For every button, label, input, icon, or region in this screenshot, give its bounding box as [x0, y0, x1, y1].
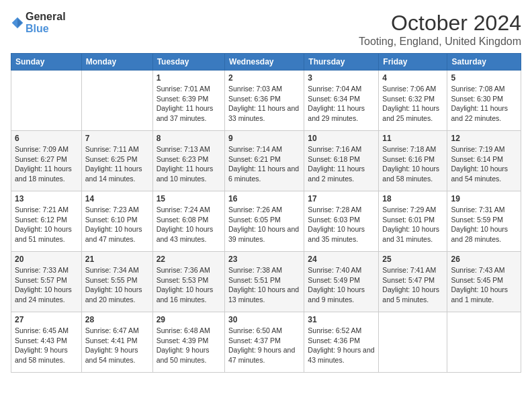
day-number: 12: [451, 134, 517, 143]
calendar-week-row: 20Sunrise: 7:33 AM Sunset: 5:57 PM Dayli…: [11, 252, 521, 312]
day-number: 7: [85, 134, 149, 143]
day-number: 10: [308, 134, 375, 143]
day-info: Sunrise: 6:47 AM Sunset: 4:41 PM Dayligh…: [85, 326, 149, 365]
day-number: 6: [15, 134, 78, 143]
day-info: Sunrise: 7:29 AM Sunset: 6:01 PM Dayligh…: [382, 205, 443, 244]
calendar-cell: 3Sunrise: 7:04 AM Sunset: 6:34 PM Daylig…: [304, 71, 379, 131]
day-info: Sunrise: 7:38 AM Sunset: 5:51 PM Dayligh…: [228, 265, 300, 305]
day-number: 1: [157, 73, 221, 83]
calendar-week-row: 6Sunrise: 7:09 AM Sunset: 6:27 PM Daylig…: [11, 131, 521, 191]
logo-blue: Blue: [26, 23, 66, 35]
calendar-cell: 26Sunrise: 7:43 AM Sunset: 5:45 PM Dayli…: [447, 252, 521, 312]
subtitle: Tooting, England, United Kingdom: [359, 36, 521, 48]
day-of-week-header: Friday: [379, 54, 447, 71]
day-number: 26: [451, 255, 517, 264]
day-info: Sunrise: 7:08 AM Sunset: 6:30 PM Dayligh…: [451, 84, 517, 124]
calendar-cell: 15Sunrise: 7:24 AM Sunset: 6:08 PM Dayli…: [152, 191, 224, 252]
day-info: Sunrise: 6:48 AM Sunset: 4:39 PM Dayligh…: [157, 326, 221, 365]
day-info: Sunrise: 7:13 AM Sunset: 6:23 PM Dayligh…: [157, 144, 221, 184]
day-number: 19: [451, 194, 517, 203]
day-info: Sunrise: 7:03 AM Sunset: 6:36 PM Dayligh…: [228, 84, 300, 124]
day-info: Sunrise: 7:33 AM Sunset: 5:57 PM Dayligh…: [15, 265, 78, 305]
day-info: Sunrise: 7:34 AM Sunset: 5:55 PM Dayligh…: [85, 265, 149, 305]
day-number: 11: [382, 134, 443, 143]
day-info: Sunrise: 7:16 AM Sunset: 6:18 PM Dayligh…: [308, 144, 375, 184]
calendar-cell: 28Sunrise: 6:47 AM Sunset: 4:41 PM Dayli…: [81, 312, 152, 373]
calendar-week-row: 27Sunrise: 6:45 AM Sunset: 4:43 PM Dayli…: [11, 312, 521, 373]
day-info: Sunrise: 7:01 AM Sunset: 6:39 PM Dayligh…: [157, 84, 221, 124]
calendar-cell: 13Sunrise: 7:21 AM Sunset: 6:12 PM Dayli…: [11, 191, 82, 252]
day-of-week-header: Tuesday: [152, 54, 224, 71]
calendar-cell: 22Sunrise: 7:36 AM Sunset: 5:53 PM Dayli…: [152, 252, 224, 312]
calendar-cell: 16Sunrise: 7:26 AM Sunset: 6:05 PM Dayli…: [225, 191, 304, 252]
title-block: October 2024 Tooting, England, United Ki…: [359, 11, 521, 48]
calendar-cell: 5Sunrise: 7:08 AM Sunset: 6:30 PM Daylig…: [447, 71, 521, 131]
day-number: 17: [308, 194, 375, 203]
page-header: General Blue October 2024 Tooting, Engla…: [11, 11, 521, 48]
day-number: 5: [451, 73, 517, 83]
day-number: 16: [228, 194, 300, 203]
day-number: 28: [85, 315, 149, 324]
calendar-cell: 17Sunrise: 7:28 AM Sunset: 6:03 PM Dayli…: [304, 191, 379, 252]
logo-icon: [11, 16, 24, 30]
day-number: 9: [228, 134, 300, 143]
calendar-cell: [447, 312, 521, 373]
day-number: 4: [382, 73, 443, 83]
day-number: 25: [382, 255, 443, 264]
calendar-cell: 25Sunrise: 7:41 AM Sunset: 5:47 PM Dayli…: [379, 252, 447, 312]
day-of-week-header: Thursday: [304, 54, 379, 71]
day-info: Sunrise: 6:50 AM Sunset: 4:37 PM Dayligh…: [228, 326, 300, 365]
day-number: 13: [15, 194, 78, 203]
day-info: Sunrise: 7:23 AM Sunset: 6:10 PM Dayligh…: [85, 205, 149, 244]
day-info: Sunrise: 6:52 AM Sunset: 4:36 PM Dayligh…: [308, 326, 375, 365]
calendar-cell: 7Sunrise: 7:11 AM Sunset: 6:25 PM Daylig…: [81, 131, 152, 191]
day-number: 31: [308, 315, 375, 324]
day-number: 24: [308, 255, 375, 264]
day-of-week-header: Wednesday: [225, 54, 304, 71]
calendar-cell: 9Sunrise: 7:14 AM Sunset: 6:21 PM Daylig…: [225, 131, 304, 191]
calendar-cell: 14Sunrise: 7:23 AM Sunset: 6:10 PM Dayli…: [81, 191, 152, 252]
calendar-week-row: 1Sunrise: 7:01 AM Sunset: 6:39 PM Daylig…: [11, 71, 521, 131]
calendar-cell: 20Sunrise: 7:33 AM Sunset: 5:57 PM Dayli…: [11, 252, 82, 312]
calendar-cell: 27Sunrise: 6:45 AM Sunset: 4:43 PM Dayli…: [11, 312, 82, 373]
calendar-cell: 21Sunrise: 7:34 AM Sunset: 5:55 PM Dayli…: [81, 252, 152, 312]
day-info: Sunrise: 7:43 AM Sunset: 5:45 PM Dayligh…: [451, 265, 517, 305]
calendar-cell: 19Sunrise: 7:31 AM Sunset: 5:59 PM Dayli…: [447, 191, 521, 252]
calendar-cell: 24Sunrise: 7:40 AM Sunset: 5:49 PM Dayli…: [304, 252, 379, 312]
calendar-cell: 4Sunrise: 7:06 AM Sunset: 6:32 PM Daylig…: [379, 71, 447, 131]
day-info: Sunrise: 7:21 AM Sunset: 6:12 PM Dayligh…: [15, 205, 78, 244]
day-number: 18: [382, 194, 443, 203]
day-number: 3: [308, 73, 375, 83]
day-number: 2: [228, 73, 300, 83]
day-number: 30: [228, 315, 300, 324]
calendar-cell: 2Sunrise: 7:03 AM Sunset: 6:36 PM Daylig…: [225, 71, 304, 131]
day-of-week-header: Monday: [81, 54, 152, 71]
day-info: Sunrise: 7:24 AM Sunset: 6:08 PM Dayligh…: [157, 205, 221, 244]
day-number: 8: [157, 134, 221, 143]
calendar-cell: 1Sunrise: 7:01 AM Sunset: 6:39 PM Daylig…: [152, 71, 224, 131]
calendar-cell: 12Sunrise: 7:19 AM Sunset: 6:14 PM Dayli…: [447, 131, 521, 191]
calendar-cell: 6Sunrise: 7:09 AM Sunset: 6:27 PM Daylig…: [11, 131, 82, 191]
day-info: Sunrise: 7:28 AM Sunset: 6:03 PM Dayligh…: [308, 205, 375, 244]
day-number: 22: [157, 255, 221, 264]
calendar-cell: 18Sunrise: 7:29 AM Sunset: 6:01 PM Dayli…: [379, 191, 447, 252]
calendar-cell: 30Sunrise: 6:50 AM Sunset: 4:37 PM Dayli…: [225, 312, 304, 373]
calendar-week-row: 13Sunrise: 7:21 AM Sunset: 6:12 PM Dayli…: [11, 191, 521, 252]
day-number: 27: [15, 315, 78, 324]
day-number: 20: [15, 255, 78, 264]
day-info: Sunrise: 7:04 AM Sunset: 6:34 PM Dayligh…: [308, 84, 375, 124]
day-info: Sunrise: 7:41 AM Sunset: 5:47 PM Dayligh…: [382, 265, 443, 305]
day-info: Sunrise: 7:18 AM Sunset: 6:16 PM Dayligh…: [382, 144, 443, 184]
logo: General Blue: [11, 11, 66, 34]
day-info: Sunrise: 7:19 AM Sunset: 6:14 PM Dayligh…: [451, 144, 517, 184]
day-info: Sunrise: 7:14 AM Sunset: 6:21 PM Dayligh…: [228, 144, 300, 184]
day-info: Sunrise: 6:45 AM Sunset: 4:43 PM Dayligh…: [15, 326, 78, 365]
day-info: Sunrise: 7:31 AM Sunset: 5:59 PM Dayligh…: [451, 205, 517, 244]
day-number: 23: [228, 255, 300, 264]
calendar-cell: 8Sunrise: 7:13 AM Sunset: 6:23 PM Daylig…: [152, 131, 224, 191]
day-info: Sunrise: 7:26 AM Sunset: 6:05 PM Dayligh…: [228, 205, 300, 244]
day-info: Sunrise: 7:11 AM Sunset: 6:25 PM Dayligh…: [85, 144, 149, 184]
calendar-table: SundayMondayTuesdayWednesdayThursdayFrid…: [11, 53, 521, 373]
calendar-cell: 29Sunrise: 6:48 AM Sunset: 4:39 PM Dayli…: [152, 312, 224, 373]
day-info: Sunrise: 7:06 AM Sunset: 6:32 PM Dayligh…: [382, 84, 443, 124]
